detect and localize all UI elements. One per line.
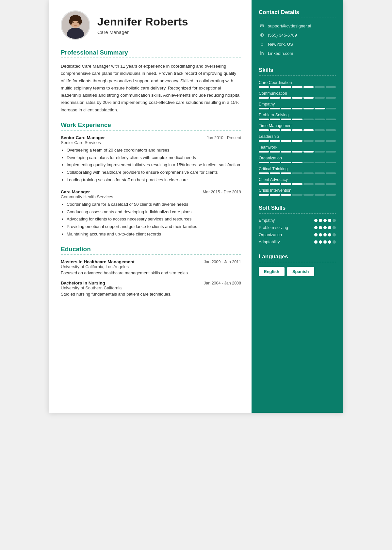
skill-bar-track [259, 129, 336, 131]
skill-label: Critical Thinking [259, 167, 336, 171]
soft-skill-dot [319, 240, 322, 244]
skill-bar-segment [326, 129, 336, 131]
skill-bar-segment [259, 172, 269, 174]
job-bullets: Overseeing a team of 20 care coordinator… [61, 147, 241, 184]
header-section: Jennifer Roberts Care Manager [61, 10, 241, 40]
job-dates: Jan 2010 - Present [206, 136, 241, 140]
skill-bar-segment [315, 86, 325, 88]
skill-bar-segment [292, 151, 302, 153]
skill-bar-track [259, 194, 336, 196]
edu-desc: Focused on advanced healthcare managemen… [61, 270, 241, 275]
soft-skill-dot [328, 226, 331, 229]
soft-skill-dot [323, 240, 327, 244]
edu-desc: Studied nursing fundamentals and patient… [61, 292, 241, 297]
edu-school: University of Southern California [61, 285, 241, 290]
skill-label: Time Management [259, 123, 336, 128]
skill-bar-track [259, 172, 336, 174]
soft-skill-dot [323, 226, 327, 229]
bullet-item: Conducting assessments and developing in… [67, 209, 241, 216]
skill-bar-segment [281, 194, 291, 196]
bullet-item: Implementing quality improvement initiat… [67, 162, 241, 169]
bullet-item: Providing emotional support and guidance… [67, 223, 241, 230]
skill-bar-segment [259, 97, 269, 99]
skill-bar-segment [270, 129, 280, 131]
soft-skill-dot [314, 233, 318, 236]
skill-bar-segment [259, 86, 269, 88]
skill-bar-segment [315, 172, 325, 174]
skill-item: Crisis Intervention [259, 188, 336, 196]
skill-bar-segment [326, 151, 336, 153]
skill-bar-segment [326, 140, 336, 142]
skill-bar-segment [281, 108, 291, 109]
summary-divider [61, 57, 241, 58]
soft-skill-dot [333, 219, 336, 222]
soft-skill-label: Adaptability [259, 240, 280, 244]
skill-bar-segment [303, 97, 314, 99]
edu-degree: Bachelors in Nursing [61, 281, 105, 285]
contact-container: ✉ support@cvdesigner.ai ✆ (555) 345-6789… [259, 23, 336, 57]
skill-bar-track [259, 183, 336, 185]
edu-header: Masters in Healthcare Management Jan 200… [61, 259, 241, 264]
edu-degree: Masters in Healthcare Management [61, 259, 135, 264]
soft-skill-dot [328, 233, 331, 236]
contact-icon: in [259, 50, 265, 57]
soft-skill-dot [314, 219, 318, 222]
skill-bar-segment [326, 172, 336, 174]
skill-bar-segment [281, 151, 291, 153]
skill-bar-segment [270, 140, 280, 142]
skill-bar-segment [326, 183, 336, 185]
bullet-item: Overseeing a team of 20 care coordinator… [67, 147, 241, 154]
bullet-item: Advocating for clients to access necessa… [67, 216, 241, 223]
soft-skill-dot [323, 233, 327, 236]
skill-item: Problem-Solving [259, 113, 336, 120]
skill-bar-segment [315, 162, 325, 163]
soft-skill-dots [314, 240, 336, 244]
skill-bar-segment [315, 119, 325, 120]
skill-bar-segment [270, 86, 280, 88]
edu-block: Masters in Healthcare Management Jan 200… [61, 259, 241, 275]
contact-item: ✆ (555) 345-6789 [259, 32, 336, 38]
skill-bar-track [259, 108, 336, 109]
soft-skill-dot [333, 233, 336, 236]
skill-bar-segment [270, 162, 280, 163]
avatar [61, 10, 90, 40]
soft-skill-dots [314, 233, 336, 236]
skill-bar-segment [270, 108, 280, 109]
edu-dates: Jan 2004 - Jan 2008 [204, 281, 241, 285]
skill-bar-segment [292, 183, 302, 185]
skill-bar-segment [270, 97, 280, 99]
skill-bar-segment [281, 97, 291, 99]
skill-bar-segment [315, 129, 325, 131]
soft-skill-row: Adaptability [259, 240, 336, 244]
edu-dates: Jan 2009 - Jan 2011 [204, 260, 241, 264]
soft-skill-dots [314, 226, 336, 229]
skill-bar-segment [281, 172, 291, 174]
job-bullets: Coordinating care for a caseload of 50 c… [61, 201, 241, 238]
skill-bar-segment [326, 97, 336, 99]
language-tag: English [259, 267, 285, 276]
soft-skill-dot [328, 219, 331, 222]
skill-bar-segment [303, 108, 314, 109]
skill-bar-segment [292, 194, 302, 196]
edu-container: Masters in Healthcare Management Jan 200… [61, 259, 241, 297]
skill-bar-track [259, 86, 336, 88]
soft-skill-label: Problem-solving [259, 225, 288, 230]
summary-title: Professional Summary [61, 49, 241, 56]
summary-text: Dedicated Care Manager with 11 years of … [61, 63, 241, 114]
skill-bar-segment [259, 119, 269, 120]
skill-bar-segment [315, 97, 325, 99]
work-divider [61, 130, 241, 131]
skill-bar-segment [281, 183, 291, 185]
header-text: Jennifer Roberts Care Manager [97, 15, 188, 35]
skill-bar-segment [326, 86, 336, 88]
job-company: Senior Care Services [61, 140, 241, 145]
skills-divider [259, 75, 336, 76]
skill-bar-track [259, 140, 336, 142]
skill-bar-track [259, 97, 336, 99]
edu-block: Bachelors in Nursing Jan 2004 - Jan 2008… [61, 281, 241, 297]
skill-bar-segment [281, 86, 291, 88]
edu-title: Education [61, 246, 241, 253]
work-section: Work Experience Senior Care Manager Jan … [61, 121, 241, 238]
skill-bar-segment [303, 183, 314, 185]
language-tags-container: EnglishSpanish [259, 267, 336, 276]
